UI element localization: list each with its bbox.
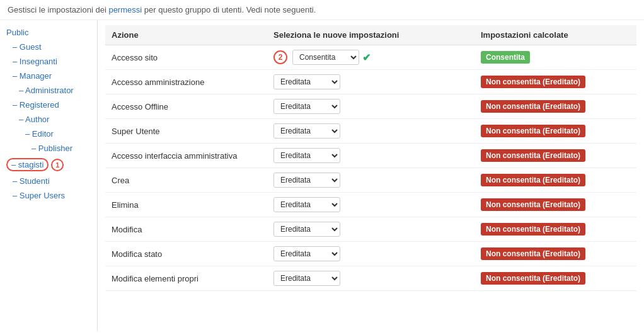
select-cell: EreditataConsentitaNegata [267,168,474,193]
sidebar-item-superusers[interactable]: – Super Users [0,188,97,203]
permission-select-5[interactable]: EreditataConsentitaNegata [273,173,340,188]
sidebar-item-stagisti[interactable]: – stagisti1 [0,156,97,174]
calc-badge: Non consentita (Ereditato) [481,125,585,137]
calc-cell: Non consentita (Ereditato) [474,168,636,193]
calc-cell: Non consentita (Ereditato) [474,94,636,119]
action-cell: Accesso amministrazione [105,70,267,94]
permissions-table: Azione Seleziona le nuove impostazioni I… [105,25,636,291]
action-cell: Accesso interfaccia amministrativa [105,144,267,168]
sidebar-link-manager[interactable]: – Manager [13,71,52,81]
permission-select-4[interactable]: EreditataConsentitaNegata [273,148,340,163]
calc-cell: Non consentita (Ereditato) [474,217,636,242]
circle-badge-2: 2 [273,50,287,64]
action-cell: Accesso Offline [105,94,267,119]
sidebar-link-registered[interactable]: – Registered [13,100,59,110]
sidebar: Public– Guest– Insegnanti– Manager– Admi… [0,20,98,331]
sidebar-link-insegnanti[interactable]: – Insegnanti [13,57,57,66]
permission-select-9[interactable]: EreditataConsentitaNegata [273,271,340,286]
calc-cell: Non consentita (Ereditato) [474,266,636,291]
table-row: Super UtenteEreditataConsentitaNegataNon… [105,119,636,144]
table-row: Modifica elementi propriEreditataConsent… [105,266,636,291]
table-row: Accesso interfaccia amministrativaEredit… [105,144,636,168]
sidebar-link-administrator[interactable]: – Administrator [19,86,74,95]
select-cell: EreditataConsentitaNegata [267,144,474,168]
calc-cell: Non consentita (Ereditato) [474,119,636,144]
sidebar-link-superusers[interactable]: – Super Users [13,191,65,200]
check-icon: ✔ [362,52,371,64]
calc-badge: Non consentita (Ereditato) [481,223,585,236]
calc-cell: Non consentita (Ereditato) [474,144,636,168]
sidebar-link-publisher[interactable]: – Publisher [32,144,72,153]
select-cell: EreditataConsentitaNegata [267,217,474,242]
action-cell: Super Utente [105,119,267,144]
permission-select-0[interactable]: EreditataConsentitaNegata [292,50,359,65]
calc-badge: Non consentita (Ereditato) [481,247,585,260]
col-header-action: Azione [105,25,267,45]
permission-select-2[interactable]: EreditataConsentitaNegata [273,99,340,114]
table-row: Accesso sito2EreditataConsentitaNegata✔C… [105,45,636,70]
sidebar-link-author[interactable]: – Author [19,115,49,124]
sidebar-item-author[interactable]: – Author [0,112,97,127]
action-cell: Accesso sito [105,45,267,70]
select-cell: EreditataConsentitaNegata [267,70,474,94]
header-text-before: Gestisci le impostazioni dei [8,5,108,14]
action-cell: Modifica stato [105,242,267,266]
permessi-link[interactable]: permessi [108,5,142,14]
sidebar-link-guest[interactable]: – Guest [13,42,42,52]
sidebar-item-insegnanti[interactable]: – Insegnanti [0,54,97,69]
permission-select-7[interactable]: EreditataConsentitaNegata [273,222,340,237]
sidebar-link-studenti[interactable]: – Studenti [13,176,50,186]
action-cell: Crea [105,168,267,193]
sidebar-item-publisher[interactable]: – Publisher [0,141,97,156]
permission-select-8[interactable]: EreditataConsentitaNegata [273,246,340,261]
action-cell: Elimina [105,193,267,217]
sidebar-item-administrator[interactable]: – Administrator [0,83,97,98]
sidebar-link-stagisti[interactable]: – stagisti [11,160,43,169]
calc-cell: Non consentita (Ereditato) [474,70,636,94]
sidebar-item-studenti[interactable]: – Studenti [0,174,97,188]
permission-select-1[interactable]: EreditataConsentitaNegata [273,74,340,89]
sidebar-item-public[interactable]: Public [0,25,97,40]
select-cell: 2EreditataConsentitaNegata✔ [267,45,474,70]
table-row: Modifica statoEreditataConsentitaNegataN… [105,242,636,266]
calc-badge: Non consentita (Ereditato) [481,149,585,162]
calc-badge: Non consentita (Ereditato) [481,174,585,186]
table-row: ModificaEreditataConsentitaNegataNon con… [105,217,636,242]
sidebar-link-public[interactable]: Public [6,28,28,37]
header-bar: Gestisci le impostazioni dei permessi pe… [0,0,644,20]
calc-badge: Consentita [481,51,530,64]
sidebar-item-manager[interactable]: – Manager [0,69,97,83]
calc-cell: Non consentita (Ereditato) [474,242,636,266]
action-cell: Modifica [105,217,267,242]
calc-badge: Non consentita (Ereditato) [481,100,585,113]
select-cell: EreditataConsentitaNegata [267,119,474,144]
calc-badge: Non consentita (Ereditato) [481,76,585,88]
select-cell: EreditataConsentitaNegata [267,242,474,266]
calc-cell: Consentita [474,45,636,70]
table-row: Accesso OfflineEreditataConsentitaNegata… [105,94,636,119]
table-row: EliminaEreditataConsentitaNegataNon cons… [105,193,636,217]
select-cell: EreditataConsentitaNegata [267,193,474,217]
col-header-calc: Impostazioni calcolate [474,25,636,45]
header-text-after: per questo gruppo di utenti. Vedi note s… [142,5,316,14]
sidebar-link-editor[interactable]: – Editor [25,129,54,139]
table-row: Accesso amministrazioneEreditataConsenti… [105,70,636,94]
permission-select-6[interactable]: EreditataConsentitaNegata [273,197,340,212]
sidebar-item-registered[interactable]: – Registered [0,98,97,112]
permission-select-3[interactable]: EreditataConsentitaNegata [273,123,340,139]
sidebar-item-guest[interactable]: – Guest [0,40,97,54]
table-row: CreaEreditataConsentitaNegataNon consent… [105,168,636,193]
col-header-select: Seleziona le nuove impostazioni [267,25,474,45]
content-area: Azione Seleziona le nuove impostazioni I… [98,20,644,331]
main-container: Public– Guest– Insegnanti– Manager– Admi… [0,20,644,331]
sidebar-badge-stagisti: 1 [51,159,64,171]
calc-cell: Non consentita (Ereditato) [474,193,636,217]
select-cell: EreditataConsentitaNegata [267,94,474,119]
calc-badge: Non consentita (Ereditato) [481,272,585,285]
select-cell: EreditataConsentitaNegata [267,266,474,291]
action-cell: Modifica elementi propri [105,266,267,291]
calc-badge: Non consentita (Ereditato) [481,198,585,211]
sidebar-item-editor[interactable]: – Editor [0,127,97,141]
